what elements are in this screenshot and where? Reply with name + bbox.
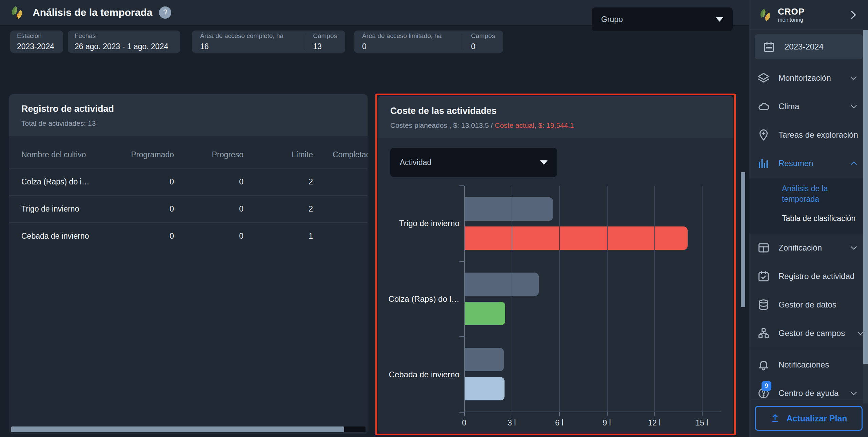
bar-chart-icon [757, 157, 770, 170]
table-row[interactable]: Colza (Raps) do i… 0 0 2 [9, 168, 368, 195]
activity-log-subtitle: Total de actividades: 13 [21, 119, 355, 127]
sidebar-item-summary[interactable]: Resumen [749, 149, 868, 178]
cell-limit: 2 [243, 177, 313, 186]
chevron-down-icon [847, 241, 861, 255]
y-axis-line [464, 186, 465, 412]
sidebar-nav: 2023-2024 Monitorización Clima Tar [749, 30, 868, 400]
database-icon [757, 298, 770, 312]
bell-icon [757, 358, 770, 372]
cell-progress: 0 [174, 232, 243, 241]
full-access-stats-chip: Área de acceso completo, ha 16 Campos 13 [192, 31, 345, 53]
chart-category-label: Trigo de invierno [390, 186, 464, 261]
hierarchy-icon [757, 326, 770, 340]
activity-dropdown[interactable]: Actividad [390, 148, 557, 177]
cell-progress: 0 [174, 177, 243, 186]
table-row[interactable]: Cebada de invierno 0 0 1 [9, 222, 368, 250]
cost-panel-body: Actividad Trigo de inviernoColza (Raps) … [378, 138, 733, 433]
upgrade-plan-button[interactable]: Actualizar Plan [755, 406, 863, 431]
x-axis-tick-label: 3 l [508, 418, 516, 428]
divider [749, 349, 868, 349]
divider [304, 34, 304, 49]
horizontal-scrollbar-thumb[interactable] [11, 426, 344, 432]
group-dropdown[interactable]: Grupo [592, 7, 733, 31]
sidebar-logo-subtitle: monitoring [778, 17, 805, 23]
planned-cost-bar [464, 348, 504, 371]
limited-access-area-value: 0 [362, 42, 453, 51]
sidebar-item-notifications[interactable]: Notificaciones [749, 351, 868, 379]
chart-bar-group [464, 186, 721, 261]
gridline [702, 186, 703, 412]
planned-cost-text: Costes planeados , $: 13,013.5 / [390, 121, 495, 129]
group-dropdown-value: Grupo [601, 15, 623, 24]
main-vertical-scrollbar-thumb[interactable] [741, 172, 745, 307]
submenu-item-leaderboard[interactable]: Tabla de clasificación [749, 209, 868, 228]
full-access-fields-label: Campos [313, 32, 337, 40]
cost-panel-header: Coste de las actividades Costes planeado… [378, 96, 733, 138]
limited-access-fields-label: Campos [471, 32, 495, 40]
cell-limit: 2 [243, 204, 313, 214]
location-plus-icon [757, 128, 770, 142]
sidebar-item-data-manager[interactable]: Gestor de datos [749, 291, 868, 319]
submenu-item-season-analysis[interactable]: Análisis de la temporada [749, 179, 868, 209]
y-axis-tick [459, 261, 464, 262]
sidebar: CROP monitoring 2023-2024 Monitorización [749, 0, 868, 437]
cost-bar-chart: Trigo de inviernoColza (Raps) do i…Cebad… [390, 186, 721, 412]
cell-scheduled: 0 [120, 232, 174, 241]
help-icon[interactable]: ? [159, 6, 171, 19]
horizontal-scrollbar-track[interactable] [11, 426, 366, 432]
gridline [559, 186, 560, 412]
planned-cost-bar [464, 273, 539, 296]
chevron-down-icon [847, 100, 861, 113]
crop-logo-icon [9, 4, 25, 21]
full-access-area-value: 16 [200, 42, 295, 51]
chevron-down-icon [847, 386, 861, 400]
y-axis-tick [459, 412, 464, 413]
x-axis-tick-label: 0 [462, 418, 467, 428]
chart-category-labels: Trigo de inviernoColza (Raps) do i…Cebad… [390, 186, 464, 412]
dates-filter-label: Fechas [75, 32, 174, 40]
sidebar-logo-row: CROP monitoring [749, 0, 868, 30]
layers-icon [757, 71, 770, 85]
crop-logo-icon [757, 7, 773, 23]
dates-filter-chip[interactable]: Fechas 26 ago. 2023 - 1 ago. 2024 [68, 31, 180, 53]
sidebar-item-monitoring[interactable]: Monitorización [749, 64, 868, 92]
x-axis-tick-label: 6 l [555, 418, 563, 428]
col-header-progress: Progreso [174, 150, 243, 159]
cell-scheduled: 0 [120, 177, 174, 186]
sidebar-item-help-center[interactable]: 9 Centro de ayuda [749, 379, 868, 400]
activity-log-title: Registro de actividad [21, 104, 355, 114]
sidebar-item-field-manager[interactable]: Gestor de campos [749, 319, 868, 347]
planned-cost-bar [464, 197, 553, 221]
sidebar-item-weather[interactable]: Clima [749, 92, 868, 121]
sidebar-collapse-button[interactable] [846, 8, 860, 22]
question-circle-icon: 9 [757, 386, 770, 400]
table-row[interactable]: Trigo de invierno 0 0 2 [9, 195, 368, 222]
layout-grid-icon [757, 241, 770, 255]
full-access-fields-value: 13 [313, 42, 337, 51]
page-title: Análisis de la temporada [33, 7, 152, 18]
cost-panel-subtitle: Costes planeados , $: 13,013.5 / Coste a… [390, 121, 721, 130]
cell-crop-name: Trigo de invierno [21, 204, 120, 214]
x-axis-tick-label: 9 l [603, 418, 611, 428]
sidebar-scrollbar-thumb[interactable] [863, 30, 868, 364]
y-axis-tick [459, 336, 464, 337]
actual-cost-bar [464, 377, 505, 400]
sidebar-footer: Actualizar Plan [749, 400, 868, 437]
sidebar-logo-title: CROP [778, 6, 805, 17]
sidebar-item-activity-log[interactable]: Registro de actividad [749, 262, 868, 291]
cell-progress: 0 [174, 204, 243, 214]
season-filter-chip[interactable]: Estación 2023-2024 [10, 31, 63, 53]
x-axis-tick-label: 12 l [648, 418, 660, 428]
highlight-border: Coste de las actividades Costes planeado… [375, 94, 736, 435]
chart-bars [464, 186, 721, 412]
sidebar-season-selector[interactable]: 2023-2024 [755, 34, 863, 59]
sidebar-item-zoning[interactable]: Zonificación [749, 234, 868, 262]
season-filter-label: Estación [17, 32, 56, 40]
chart-bar-group [464, 336, 721, 412]
sidebar-season-label: 2023-2024 [785, 42, 824, 52]
actual-cost-bar [464, 302, 505, 325]
gridline [607, 186, 608, 412]
gridline [512, 186, 512, 412]
dates-filter-value: 26 ago. 2023 - 1 ago. 2024 [75, 42, 174, 51]
sidebar-item-scouting[interactable]: Tareas de exploración [749, 121, 868, 149]
